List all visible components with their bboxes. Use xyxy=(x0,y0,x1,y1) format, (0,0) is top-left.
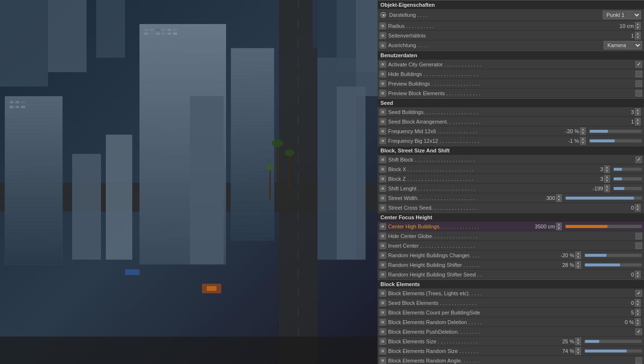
shift-length-label: Shift Lenght . . . . . . . . . . . . . .… xyxy=(388,186,574,191)
seitenverh-down[interactable]: ▼ xyxy=(635,36,641,39)
preview-block-label: Preview Block Elements . . . . . . . . .… xyxy=(388,90,635,96)
ausrichtung-select[interactable]: Kamera xyxy=(604,41,642,50)
hide-center-globe-checkbox[interactable]: ✓ xyxy=(635,233,642,239)
invert-center-checkbox[interactable]: ✓ xyxy=(635,242,642,249)
darstellung-row[interactable]: Darstellung . . . . Punkt 1 xyxy=(378,9,644,21)
seitenverh-up[interactable]: ▲ xyxy=(635,32,641,36)
street-width-row: ▣ Street Width. . . . . . . . . . . . . … xyxy=(378,193,644,203)
center-high-label: Center High Buildings. . . . . . . . . .… xyxy=(388,224,526,229)
block-x-spinner[interactable]: ▲ ▼ xyxy=(604,165,610,173)
freq-big-spinner[interactable]: ▲ ▼ xyxy=(580,137,586,145)
block-elements-count-row: ▣ Block Elements Count per BuildingSide … xyxy=(378,308,644,317)
seitenverh-spinner[interactable]: ▲ ▼ xyxy=(635,32,641,39)
radius-icon: ▣ xyxy=(379,23,386,29)
radio-darstellung[interactable] xyxy=(380,12,386,18)
block-x-slider[interactable] xyxy=(613,167,642,171)
shift-block-checkbox[interactable]: ✓ xyxy=(635,156,642,163)
block-z-spinner[interactable]: ▲ ▼ xyxy=(604,175,610,183)
invert-center-label: Invert Center . . . . . . . . . . . . . … xyxy=(388,243,635,249)
hide-buildings-checkbox[interactable]: ✓ xyxy=(635,71,642,77)
block-elements-count-label: Block Elements Count per BuildingSide xyxy=(388,310,605,315)
street-width-value: 300 xyxy=(526,195,555,201)
block-elements-random-angle-checkbox[interactable]: ✓ xyxy=(635,357,642,364)
shift-length-icon: ▣ xyxy=(379,185,386,192)
freq-big-slider[interactable] xyxy=(589,139,642,143)
random-height-seed-value: 0 xyxy=(605,272,634,277)
freq-mid-spinner[interactable]: ▲ ▼ xyxy=(580,127,586,135)
seed-buildings-spinner[interactable]: ▲ ▼ xyxy=(635,108,641,116)
block-elements-trees-label: Block Elements (Trees, Lights etc). . . … xyxy=(388,290,635,296)
preview-block-checkbox[interactable]: ✓ xyxy=(635,90,642,97)
radius-spinner[interactable]: ▲ ▼ xyxy=(635,22,641,30)
seitenverh-label: Seitenverhältnis xyxy=(388,33,605,38)
shift-length-slider[interactable] xyxy=(613,187,642,190)
svg-rect-8 xyxy=(21,101,25,103)
svg-rect-23 xyxy=(167,33,171,35)
ausrichtung-row[interactable]: ▣ Ausrichtung . . . . Kamera xyxy=(378,40,644,50)
center-high-slider[interactable] xyxy=(565,225,642,228)
random-height-shifter-spinner[interactable]: ▲ ▼ xyxy=(575,261,581,269)
street-width-label: Street Width. . . . . . . . . . . . . . … xyxy=(388,195,526,201)
block-elements-size-value: 25 % xyxy=(545,339,574,344)
preview-buildings-checkbox[interactable]: ✓ xyxy=(635,80,642,87)
darstellung-select[interactable]: Punkt 1 xyxy=(603,11,641,19)
random-height-shifter-icon: ▣ xyxy=(379,262,386,268)
random-height-shifter-label: Random Height Building Shifter . . . . .… xyxy=(388,262,545,268)
hide-buildings-label: Hide Buildings . . . . . . . . . . . . .… xyxy=(388,71,635,77)
block-elements-count-icon: ▣ xyxy=(379,309,386,316)
random-height-changer-value: -20 % xyxy=(545,252,574,258)
block-elements-random-del-spinner[interactable]: ▲ ▼ xyxy=(635,318,641,326)
svg-rect-21 xyxy=(156,33,160,35)
block-elements-size-slider[interactable] xyxy=(584,339,642,343)
center-high-icon: ▣ xyxy=(379,223,386,230)
seitenverh-icon: ▣ xyxy=(379,32,386,39)
block-elements-random-size-row: ▣ Block Elements Random Size . . . . . .… xyxy=(378,346,644,356)
block-elements-count-spinner[interactable]: ▲ ▼ xyxy=(635,309,641,316)
block-elements-random-del-value: 0 % xyxy=(605,319,634,325)
svg-rect-47 xyxy=(356,0,378,96)
ausrichtung-icon: ▣ xyxy=(379,42,386,49)
seed-buildings-up[interactable]: ▲ xyxy=(635,108,641,112)
radius-down[interactable]: ▼ xyxy=(635,26,641,30)
block-elements-size-spinner[interactable]: ▲ ▼ xyxy=(575,338,581,345)
block-elements-count-value: 5 xyxy=(605,310,634,315)
shift-length-spinner[interactable]: ▲ ▼ xyxy=(604,185,610,192)
svg-rect-29 xyxy=(190,96,224,264)
preview-block-icon: ▣ xyxy=(379,90,386,97)
street-cross-seed-spinner[interactable]: ▲ ▼ xyxy=(635,204,641,212)
seed-block-spinner[interactable]: ▲ ▼ xyxy=(635,118,641,126)
svg-rect-17 xyxy=(167,29,171,31)
radius-up[interactable]: ▲ xyxy=(635,22,641,26)
seed-block-down[interactable]: ▼ xyxy=(635,122,641,126)
freq-mid-slider[interactable] xyxy=(589,129,642,133)
freq-big-value: -1 % xyxy=(550,138,579,144)
activate-city-checkbox[interactable]: ✓ xyxy=(635,61,642,68)
center-high-buildings-row: ▣ Center High Buildings. . . . . . . . .… xyxy=(378,222,644,231)
center-high-spinner[interactable]: ▲ ▼ xyxy=(556,223,562,230)
random-height-shifter-value: 28 % xyxy=(545,262,574,268)
svg-rect-22 xyxy=(162,33,165,35)
street-width-spinner[interactable]: ▲ ▼ xyxy=(556,194,562,202)
random-height-changer-slider[interactable] xyxy=(584,253,642,257)
block-elements-size-icon: ▣ xyxy=(379,338,386,345)
shift-length-value: -199 xyxy=(574,186,603,191)
random-height-changer-spinner[interactable]: ▲ ▼ xyxy=(575,251,581,259)
street-width-slider[interactable] xyxy=(565,196,642,200)
svg-rect-16 xyxy=(162,29,165,31)
shift-block-row: ▣ Shift Block . . . . . . . . . . . . . … xyxy=(378,155,644,164)
seed-buildings-down[interactable]: ▼ xyxy=(635,112,641,116)
street-cross-seed-value: 0 xyxy=(605,205,634,211)
block-elements-random-size-slider[interactable] xyxy=(584,349,642,353)
block-elements-random-size-spinner[interactable]: ▲ ▼ xyxy=(575,347,581,355)
freq-mid-value: -20 % xyxy=(550,128,579,134)
svg-point-35 xyxy=(285,150,294,156)
seed-block-elements-spinner[interactable]: ▲ ▼ xyxy=(635,299,641,307)
block-elements-trees-checkbox[interactable]: ✓ xyxy=(635,290,642,297)
svg-rect-40 xyxy=(207,286,216,291)
random-height-seed-spinner[interactable]: ▲ ▼ xyxy=(635,271,641,278)
seed-block-up[interactable]: ▲ xyxy=(635,118,641,122)
hide-center-globe-row: ▣ Hide Center Globe. . . . . . . . . . .… xyxy=(378,231,644,241)
block-z-slider[interactable] xyxy=(613,177,642,181)
random-height-shifter-slider[interactable] xyxy=(584,263,642,267)
block-elements-push-checkbox[interactable]: ✓ xyxy=(635,328,642,335)
